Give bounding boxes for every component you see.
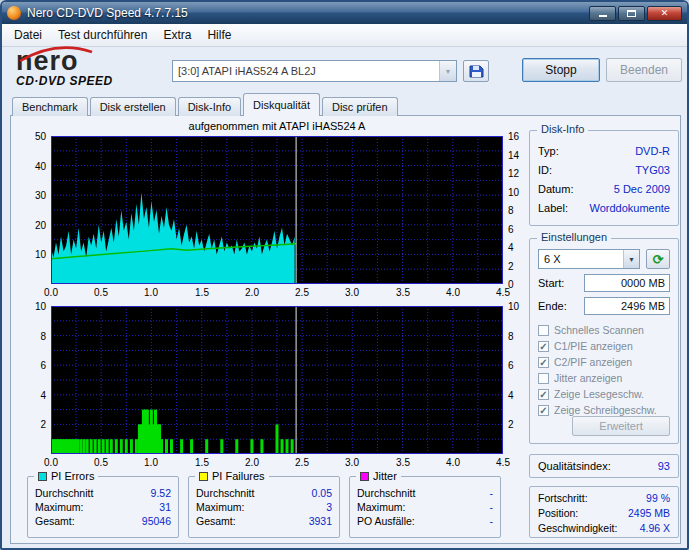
axis-tick-label: 4.5: [491, 457, 515, 468]
legend-title: Jitter: [356, 470, 401, 482]
checkbox-row-2[interactable]: ✓C1/PIE anzeigen: [538, 338, 670, 354]
legend-jitter: JitterDurchschnitt-Maximum:-PO Ausfälle:…: [349, 476, 501, 538]
axis-tick-label: 3.5: [391, 287, 415, 298]
legend-title: PI Failures: [195, 470, 269, 482]
toolbar: nero CD·DVD SPEED [3:0] ATAPI iHAS524 A …: [2, 48, 687, 94]
menu-item-2[interactable]: Test durchführen: [50, 25, 155, 45]
exit-button[interactable]: Beenden: [606, 58, 682, 82]
axis-tick-label: 8: [505, 205, 529, 216]
menu-item-4[interactable]: Hilfe: [199, 25, 239, 45]
checkbox-icon[interactable]: [538, 373, 549, 384]
menu-item-1[interactable]: Datei: [6, 25, 50, 45]
legend-name: Jitter: [373, 470, 397, 482]
info-row: Gesamt:3931: [196, 514, 332, 528]
info-label: PO Ausfälle:: [357, 514, 415, 528]
checkbox-icon[interactable]: ✓: [538, 405, 549, 416]
progress-box: Fortschritt:99 %Position:2495 MBGeschwin…: [529, 486, 679, 538]
maximize-button[interactable]: [618, 6, 645, 21]
minimize-button[interactable]: [589, 6, 616, 21]
menu-item-3[interactable]: Extra: [155, 25, 199, 45]
refresh-button[interactable]: ⟳: [646, 249, 670, 269]
legend-swatch-icon: [360, 472, 369, 481]
info-row: Fortschritt:99 %: [538, 491, 670, 506]
info-row: Durchschnitt-: [357, 486, 493, 500]
info-label: Gesamt:: [35, 514, 75, 528]
chevron-down-icon[interactable]: ▼: [623, 250, 639, 268]
axis-tick-label: 1.0: [139, 457, 163, 468]
axis-tick-label: 40: [23, 161, 49, 172]
info-row: Maximum:-: [357, 500, 493, 514]
axis-tick-label: 4.0: [441, 457, 465, 468]
quality-index-box: Qualitätsindex: 93: [529, 454, 679, 478]
speed-select[interactable]: 6 X ▼: [538, 249, 640, 269]
checkbox-row-3[interactable]: ✓C2/PIF anzeigen: [538, 354, 670, 370]
pif-chart-left-axis: 108642: [23, 306, 49, 454]
disk-info-group: Disk-Info Typ:DVD-RID:TYG03Datum:5 Dec 2…: [529, 130, 679, 226]
info-row: Durchschnitt9.52: [35, 486, 171, 500]
axis-tick-label: 3.5: [391, 457, 415, 468]
pie-chart-right-axis: 1614121086420: [505, 136, 529, 284]
info-value: -: [490, 514, 494, 528]
info-value: 2495 MB: [628, 506, 670, 521]
info-value: -: [490, 500, 494, 514]
axis-tick-label: 4.0: [441, 287, 465, 298]
info-value: 5 Dec 2009: [614, 180, 670, 199]
start-input[interactable]: [584, 274, 670, 292]
nero-logo: nero CD·DVD SPEED: [16, 48, 166, 88]
info-value: 99 %: [646, 491, 670, 506]
legend-pi-failures: PI FailuresDurchschnitt0.05Maximum:3Gesa…: [188, 476, 340, 538]
checkbox-row-5[interactable]: ✓Zeige Lesegeschw.: [538, 386, 670, 402]
disk-info-title: Disk-Info: [537, 123, 588, 135]
close-button[interactable]: ✕: [647, 6, 682, 21]
checkbox-row-1[interactable]: Schnelles Scannen: [538, 322, 670, 338]
speed-select-value: 6 X: [539, 250, 623, 268]
checkbox-label: C2/PIF anzeigen: [554, 356, 632, 368]
info-label: Gesamt:: [196, 514, 236, 528]
axis-tick-label: 50: [23, 131, 49, 142]
info-label: Typ:: [538, 142, 559, 161]
axis-tick-label: 8: [23, 331, 49, 342]
checkbox-icon[interactable]: ✓: [538, 341, 549, 352]
advanced-button[interactable]: Erweitert: [572, 416, 670, 436]
axis-tick-label: 8: [505, 331, 529, 342]
info-value: Worddokumente: [589, 199, 670, 218]
close-icon: ✕: [661, 9, 669, 18]
tab-disk-erstellen[interactable]: Disk erstellen: [90, 97, 176, 116]
checkbox-icon[interactable]: ✓: [538, 389, 549, 400]
info-row: ID:TYG03: [538, 161, 670, 180]
tab-disc-pr-fen[interactable]: Disc prüfen: [322, 97, 398, 116]
stop-button[interactable]: Stopp: [522, 58, 600, 82]
tab-diskqualit-t[interactable]: Diskqualität: [243, 93, 320, 116]
tab-page-diskqualitaet: aufgenommen mit ATAPI iHAS524 A 50403020…: [10, 115, 681, 544]
brand-text: nero: [16, 48, 166, 74]
axis-tick-label: 0.0: [39, 457, 63, 468]
checkbox-icon[interactable]: ✓: [538, 357, 549, 368]
settings-group: Einstellungen 6 X ▼ ⟳ Start: Ende: Schne…: [529, 238, 679, 444]
axis-tick-label: 6: [23, 360, 49, 371]
tab-benchmark[interactable]: Benchmark: [12, 97, 88, 116]
axis-tick-label: 0.0: [39, 287, 63, 298]
info-label: Maximum:: [35, 500, 83, 514]
axis-tick-label: 0.5: [89, 457, 113, 468]
quality-index-value: 93: [658, 459, 670, 473]
checkbox-row-4[interactable]: Jitter anzeigen: [538, 370, 670, 386]
legend-name: PI Failures: [212, 470, 265, 482]
axis-tick-label: 6: [505, 224, 529, 235]
info-value: DVD-R: [635, 142, 670, 161]
axis-tick-label: 2.5: [290, 287, 314, 298]
pie-chart-left-axis: 5040302010: [23, 136, 49, 284]
save-button[interactable]: [463, 60, 489, 82]
drive-select[interactable]: [3:0] ATAPI iHAS524 A BL2J ▼: [172, 60, 457, 82]
app-window: Nero CD-DVD Speed 4.7.7.15 ✕ DateiTest d…: [0, 0, 689, 550]
chevron-down-icon[interactable]: ▼: [439, 61, 456, 81]
end-input[interactable]: [584, 297, 670, 315]
info-value: 31: [159, 500, 171, 514]
info-row: Durchschnitt0.05: [196, 486, 332, 500]
axis-tick-label: 2.5: [290, 457, 314, 468]
info-value: 0.05: [312, 486, 332, 500]
checkbox-icon[interactable]: [538, 325, 549, 336]
info-label: Label:: [538, 199, 568, 218]
tab-disk-info[interactable]: Disk-Info: [178, 97, 241, 116]
minimize-icon: [599, 15, 607, 17]
settings-title: Einstellungen: [537, 231, 611, 243]
